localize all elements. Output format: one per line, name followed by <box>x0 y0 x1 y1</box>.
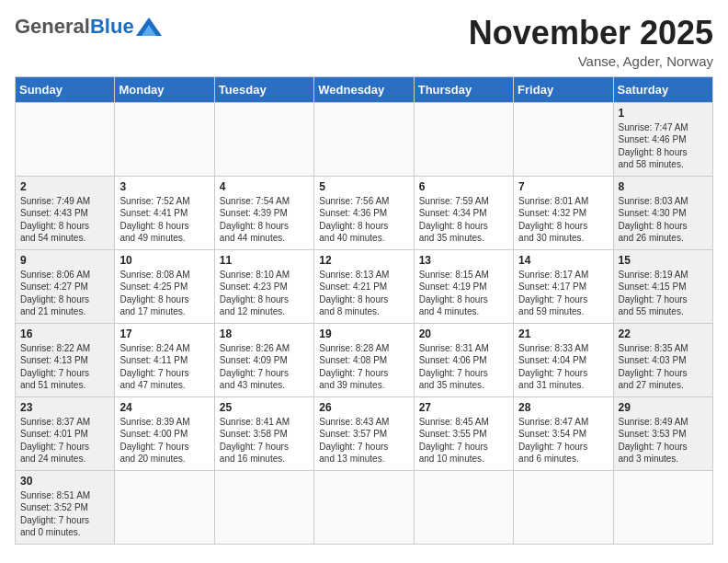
calendar-cell: 25Sunrise: 8:41 AM Sunset: 3:58 PM Dayli… <box>214 396 313 470</box>
calendar-week-5: 23Sunrise: 8:37 AM Sunset: 4:01 PM Dayli… <box>16 396 713 470</box>
day-number: 14 <box>518 254 608 267</box>
day-info: Sunrise: 8:31 AM Sunset: 4:06 PM Dayligh… <box>419 342 508 392</box>
calendar-cell: 16Sunrise: 8:22 AM Sunset: 4:13 PM Dayli… <box>16 323 115 396</box>
day-info: Sunrise: 7:56 AM Sunset: 4:36 PM Dayligh… <box>319 195 408 245</box>
day-info: Sunrise: 8:26 AM Sunset: 4:09 PM Dayligh… <box>220 342 309 392</box>
calendar-cell: 5Sunrise: 7:56 AM Sunset: 4:36 PM Daylig… <box>314 176 414 249</box>
calendar-cell <box>214 102 313 176</box>
calendar-cell: 12Sunrise: 8:13 AM Sunset: 4:21 PM Dayli… <box>314 249 414 323</box>
calendar-cell <box>514 470 613 544</box>
page-header: General Blue November 2025 Vanse, Agder,… <box>15 15 713 69</box>
day-info: Sunrise: 7:54 AM Sunset: 4:39 PM Dayligh… <box>220 195 309 245</box>
day-number: 3 <box>119 180 209 193</box>
calendar-cell <box>414 470 513 544</box>
calendar-cell: 17Sunrise: 8:24 AM Sunset: 4:11 PM Dayli… <box>115 323 214 396</box>
day-info: Sunrise: 8:33 AM Sunset: 4:04 PM Dayligh… <box>518 342 608 392</box>
calendar-cell: 4Sunrise: 7:54 AM Sunset: 4:39 PM Daylig… <box>214 176 313 249</box>
calendar-cell: 1Sunrise: 7:47 AM Sunset: 4:46 PM Daylig… <box>613 102 712 176</box>
weekday-saturday: Saturday <box>613 76 712 102</box>
day-number: 24 <box>119 401 209 414</box>
day-number: 11 <box>220 254 309 267</box>
day-number: 18 <box>220 327 309 340</box>
day-info: Sunrise: 7:47 AM Sunset: 4:46 PM Dayligh… <box>619 121 708 171</box>
calendar-cell: 11Sunrise: 8:10 AM Sunset: 4:23 PM Dayli… <box>214 249 313 323</box>
calendar-week-2: 2Sunrise: 7:49 AM Sunset: 4:43 PM Daylig… <box>16 176 713 249</box>
calendar-cell: 21Sunrise: 8:33 AM Sunset: 4:04 PM Dayli… <box>514 323 613 396</box>
day-number: 13 <box>419 254 508 267</box>
logo-blue: Blue <box>90 15 134 39</box>
calendar-cell <box>414 102 513 176</box>
day-number: 16 <box>20 327 109 340</box>
day-info: Sunrise: 8:22 AM Sunset: 4:13 PM Dayligh… <box>20 342 109 392</box>
day-info: Sunrise: 8:10 AM Sunset: 4:23 PM Dayligh… <box>220 269 309 318</box>
day-info: Sunrise: 7:49 AM Sunset: 4:43 PM Dayligh… <box>20 195 109 245</box>
calendar: SundayMondayTuesdayWednesdayThursdayFrid… <box>15 76 713 545</box>
day-number: 7 <box>518 180 608 193</box>
day-info: Sunrise: 8:37 AM Sunset: 4:01 PM Dayligh… <box>20 416 109 465</box>
weekday-tuesday: Tuesday <box>214 76 313 102</box>
calendar-header: SundayMondayTuesdayWednesdayThursdayFrid… <box>16 76 713 102</box>
calendar-week-1: 1Sunrise: 7:47 AM Sunset: 4:46 PM Daylig… <box>16 102 713 176</box>
calendar-cell: 14Sunrise: 8:17 AM Sunset: 4:17 PM Dayli… <box>514 249 613 323</box>
day-number: 2 <box>20 180 109 193</box>
day-number: 8 <box>619 180 708 193</box>
day-info: Sunrise: 7:52 AM Sunset: 4:41 PM Dayligh… <box>119 195 209 245</box>
day-number: 28 <box>518 401 608 414</box>
calendar-week-3: 9Sunrise: 8:06 AM Sunset: 4:27 PM Daylig… <box>16 249 713 323</box>
day-info: Sunrise: 8:39 AM Sunset: 4:00 PM Dayligh… <box>119 416 209 465</box>
logo: General Blue <box>15 15 162 39</box>
calendar-cell: 22Sunrise: 8:35 AM Sunset: 4:03 PM Dayli… <box>613 323 712 396</box>
weekday-monday: Monday <box>115 76 214 102</box>
day-number: 9 <box>20 254 109 267</box>
day-number: 10 <box>119 254 209 267</box>
day-info: Sunrise: 8:35 AM Sunset: 4:03 PM Dayligh… <box>619 342 708 392</box>
day-number: 6 <box>419 180 508 193</box>
day-info: Sunrise: 8:41 AM Sunset: 3:58 PM Dayligh… <box>220 416 309 465</box>
calendar-cell: 30Sunrise: 8:51 AM Sunset: 3:52 PM Dayli… <box>16 470 115 544</box>
day-info: Sunrise: 8:15 AM Sunset: 4:19 PM Dayligh… <box>419 269 508 318</box>
day-number: 29 <box>619 401 708 414</box>
calendar-cell <box>115 102 214 176</box>
calendar-cell: 28Sunrise: 8:47 AM Sunset: 3:54 PM Dayli… <box>514 396 613 470</box>
calendar-cell: 20Sunrise: 8:31 AM Sunset: 4:06 PM Dayli… <box>414 323 513 396</box>
title-block: November 2025 Vanse, Agder, Norway <box>469 15 713 69</box>
day-info: Sunrise: 8:01 AM Sunset: 4:32 PM Dayligh… <box>518 195 608 245</box>
calendar-cell: 3Sunrise: 7:52 AM Sunset: 4:41 PM Daylig… <box>115 176 214 249</box>
day-info: Sunrise: 8:03 AM Sunset: 4:30 PM Dayligh… <box>619 195 708 245</box>
calendar-cell: 10Sunrise: 8:08 AM Sunset: 4:25 PM Dayli… <box>115 249 214 323</box>
day-number: 25 <box>220 401 309 414</box>
day-info: Sunrise: 8:51 AM Sunset: 3:52 PM Dayligh… <box>20 489 109 539</box>
calendar-cell: 26Sunrise: 8:43 AM Sunset: 3:57 PM Dayli… <box>314 396 414 470</box>
day-info: Sunrise: 8:45 AM Sunset: 3:55 PM Dayligh… <box>419 416 508 465</box>
calendar-cell: 27Sunrise: 8:45 AM Sunset: 3:55 PM Dayli… <box>414 396 513 470</box>
day-number: 23 <box>20 401 109 414</box>
day-number: 4 <box>220 180 309 193</box>
calendar-cell: 9Sunrise: 8:06 AM Sunset: 4:27 PM Daylig… <box>16 249 115 323</box>
day-number: 26 <box>319 401 408 414</box>
calendar-week-6: 30Sunrise: 8:51 AM Sunset: 3:52 PM Dayli… <box>16 470 713 544</box>
calendar-cell <box>214 470 313 544</box>
calendar-cell <box>514 102 613 176</box>
day-number: 5 <box>319 180 408 193</box>
day-info: Sunrise: 8:13 AM Sunset: 4:21 PM Dayligh… <box>319 269 408 318</box>
logo-icon <box>136 17 162 36</box>
logo-general: General <box>15 15 90 39</box>
day-number: 19 <box>319 327 408 340</box>
day-info: Sunrise: 8:19 AM Sunset: 4:15 PM Dayligh… <box>619 269 708 318</box>
calendar-cell: 24Sunrise: 8:39 AM Sunset: 4:00 PM Dayli… <box>115 396 214 470</box>
weekday-wednesday: Wednesday <box>314 76 414 102</box>
day-info: Sunrise: 8:17 AM Sunset: 4:17 PM Dayligh… <box>518 269 608 318</box>
weekday-friday: Friday <box>514 76 613 102</box>
day-number: 17 <box>119 327 209 340</box>
month-title: November 2025 <box>469 15 713 52</box>
calendar-cell <box>115 470 214 544</box>
day-info: Sunrise: 8:06 AM Sunset: 4:27 PM Dayligh… <box>20 269 109 318</box>
calendar-week-4: 16Sunrise: 8:22 AM Sunset: 4:13 PM Dayli… <box>16 323 713 396</box>
calendar-cell: 2Sunrise: 7:49 AM Sunset: 4:43 PM Daylig… <box>16 176 115 249</box>
day-info: Sunrise: 8:28 AM Sunset: 4:08 PM Dayligh… <box>319 342 408 392</box>
weekday-thursday: Thursday <box>414 76 513 102</box>
calendar-cell: 13Sunrise: 8:15 AM Sunset: 4:19 PM Dayli… <box>414 249 513 323</box>
calendar-cell: 29Sunrise: 8:49 AM Sunset: 3:53 PM Dayli… <box>613 396 712 470</box>
calendar-cell: 8Sunrise: 8:03 AM Sunset: 4:30 PM Daylig… <box>613 176 712 249</box>
day-info: Sunrise: 8:24 AM Sunset: 4:11 PM Dayligh… <box>119 342 209 392</box>
